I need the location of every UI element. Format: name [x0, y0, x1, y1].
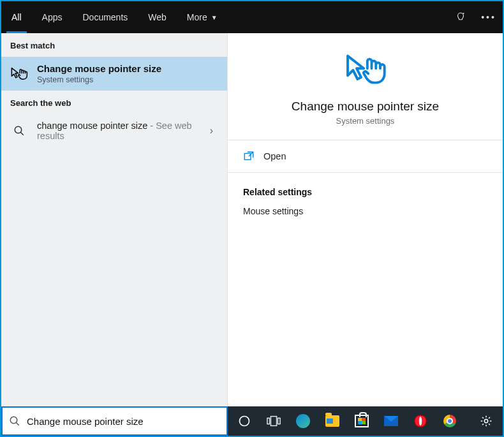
tab-web[interactable]: Web: [138, 1, 177, 33]
search-input[interactable]: [27, 416, 220, 427]
taskbar-file-explorer[interactable]: [318, 408, 346, 434]
result-title: change mouse pointer size - See web resu…: [37, 121, 201, 141]
opera-icon: [414, 415, 427, 427]
tab-label: Web: [148, 12, 167, 22]
best-match-heading: Best match: [1, 33, 227, 57]
tab-apps[interactable]: Apps: [32, 1, 73, 33]
bottom-bar: [1, 406, 503, 436]
options-button[interactable]: •••: [475, 1, 503, 33]
search-icon: [9, 415, 20, 427]
taskbar-mail[interactable]: [377, 408, 405, 434]
gear-icon: [480, 415, 493, 427]
svg-rect-7: [267, 418, 270, 424]
edge-icon: [296, 414, 310, 428]
search-box[interactable]: [1, 406, 228, 436]
tab-all[interactable]: All: [1, 1, 32, 33]
svg-point-4: [10, 417, 17, 424]
preview-subtitle: System settings: [336, 116, 395, 126]
preview-pane: Change mouse pointer size System setting…: [228, 33, 503, 406]
result-title: Change mouse pointer size: [37, 63, 218, 74]
related-heading: Related settings: [243, 187, 487, 197]
folder-icon: [325, 415, 339, 427]
search-filter-tabs: All Apps Documents Web More ▼ •••: [1, 1, 503, 33]
svg-line-5: [16, 422, 19, 426]
taskbar-opera[interactable]: [406, 408, 434, 434]
open-label: Open: [263, 151, 286, 161]
chevron-down-icon: ▼: [211, 14, 218, 21]
svg-rect-8: [271, 417, 276, 426]
chevron-right-icon: ›: [210, 125, 218, 137]
open-action[interactable]: Open: [228, 140, 503, 173]
search-web-heading: Search the web: [1, 91, 227, 114]
svg-line-2: [20, 132, 24, 135]
svg-point-0: [463, 13, 464, 14]
taskbar-chrome[interactable]: [436, 408, 464, 434]
open-icon: [243, 151, 255, 162]
ellipsis-icon: •••: [481, 12, 496, 22]
search-icon: [10, 125, 28, 137]
svg-rect-9: [278, 418, 280, 424]
tab-label: Apps: [42, 12, 63, 22]
pointer-hand-icon: [10, 65, 28, 83]
store-icon: [355, 415, 369, 427]
results-list: Best match Change mouse pointer size Sys…: [1, 33, 228, 406]
tab-label: Documents: [82, 12, 128, 22]
tab-more[interactable]: More ▼: [177, 1, 228, 33]
feedback-icon: [455, 11, 466, 23]
taskbar-settings[interactable]: [472, 408, 500, 434]
tab-label: All: [11, 12, 22, 22]
preview-hero: Change mouse pointer size System setting…: [228, 33, 503, 140]
preview-title: Change mouse pointer size: [292, 100, 439, 114]
feedback-button[interactable]: [447, 1, 475, 33]
task-view-icon: [267, 415, 281, 427]
result-subtitle: System settings: [37, 75, 218, 84]
taskbar: [228, 406, 503, 436]
svg-point-1: [15, 126, 22, 133]
result-web-search[interactable]: change mouse pointer size - See web resu…: [1, 114, 227, 147]
tab-label: More: [187, 12, 207, 22]
chrome-icon: [443, 415, 456, 427]
related-link-mouse-settings[interactable]: Mouse settings: [243, 206, 487, 216]
related-settings: Related settings Mouse settings: [228, 173, 503, 230]
svg-point-6: [240, 417, 249, 426]
svg-rect-3: [244, 154, 251, 160]
taskbar-edge[interactable]: [289, 408, 317, 434]
web-query-text: change mouse pointer size: [37, 121, 147, 131]
taskbar-store[interactable]: [348, 408, 376, 434]
result-change-mouse-pointer-size[interactable]: Change mouse pointer size System setting…: [1, 57, 227, 91]
taskbar-cortana[interactable]: [230, 408, 258, 434]
svg-point-10: [484, 419, 487, 422]
pointer-hand-icon: [343, 52, 388, 88]
mail-icon: [384, 416, 398, 426]
taskbar-task-view[interactable]: [260, 408, 288, 434]
tab-documents[interactable]: Documents: [72, 1, 138, 33]
cortana-icon: [238, 415, 251, 427]
